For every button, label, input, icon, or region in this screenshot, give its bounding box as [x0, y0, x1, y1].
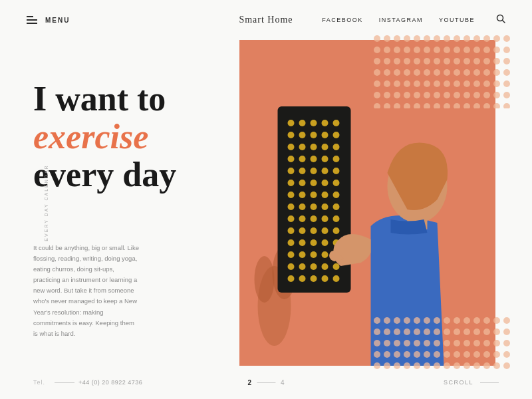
svg-point-38: [454, 58, 460, 65]
menu-label[interactable]: MENU: [45, 17, 70, 24]
hero-title: I want to exercise every day: [33, 80, 213, 194]
svg-point-58: [374, 80, 380, 87]
svg-point-92: [434, 103, 440, 108]
svg-point-117: [404, 329, 410, 335]
svg-point-186: [299, 144, 306, 150]
svg-point-100: [374, 317, 380, 324]
svg-point-46: [394, 69, 400, 76]
tel-number: +44 (0) 20 8922 4736: [78, 379, 142, 386]
svg-point-188: [322, 144, 329, 150]
svg-point-103: [404, 317, 410, 324]
svg-point-82: [473, 92, 480, 98]
hero-line2: exercise: [33, 118, 213, 156]
svg-point-179: [333, 120, 340, 126]
svg-point-16: [374, 47, 380, 53]
svg-point-142: [374, 351, 380, 358]
svg-point-25: [464, 47, 470, 53]
svg-point-162: [434, 362, 440, 369]
svg-point-109: [464, 317, 470, 324]
svg-point-193: [322, 156, 329, 162]
svg-point-236: [299, 263, 306, 270]
svg-point-153: [483, 351, 490, 358]
svg-point-51: [444, 69, 450, 76]
svg-point-112: [493, 317, 500, 324]
search-icon[interactable]: [496, 14, 505, 26]
svg-point-66: [454, 80, 460, 87]
svg-point-143: [384, 351, 390, 358]
svg-point-192: [311, 156, 317, 162]
svg-point-194: [333, 156, 340, 162]
svg-point-182: [311, 132, 317, 138]
svg-point-154: [493, 351, 500, 358]
svg-point-123: [464, 329, 470, 335]
svg-point-237: [311, 263, 317, 270]
svg-point-137: [464, 340, 470, 346]
svg-point-107: [444, 317, 450, 324]
svg-point-147: [424, 351, 430, 358]
svg-point-89: [404, 103, 410, 108]
brand-name[interactable]: Smart Home: [239, 15, 293, 25]
svg-point-172: [255, 256, 275, 303]
svg-point-184: [333, 132, 340, 138]
svg-point-63: [424, 80, 430, 87]
svg-point-80: [454, 92, 460, 98]
svg-point-177: [311, 120, 317, 126]
svg-point-47: [404, 69, 410, 76]
svg-point-159: [404, 362, 410, 369]
svg-point-87: [384, 103, 390, 108]
svg-point-221: [299, 227, 306, 234]
svg-point-214: [333, 203, 340, 210]
svg-point-130: [394, 340, 400, 346]
svg-point-83: [483, 92, 490, 98]
svg-point-98: [493, 103, 500, 108]
svg-point-217: [311, 215, 317, 222]
svg-point-122: [454, 329, 460, 335]
svg-point-211: [299, 203, 306, 210]
svg-point-191: [299, 156, 306, 162]
header: MENU Smart Home FACEBOOK INSTAGRAM YOUTU…: [0, 0, 532, 40]
hamburger-icon[interactable]: [27, 16, 37, 24]
svg-point-114: [374, 329, 380, 335]
svg-point-30: [374, 58, 380, 65]
tel-line: [55, 382, 74, 383]
svg-point-138: [473, 340, 480, 346]
svg-point-97: [483, 103, 490, 108]
svg-point-34: [414, 58, 420, 65]
svg-point-228: [322, 239, 329, 246]
svg-point-55: [483, 69, 490, 76]
svg-point-185: [288, 144, 295, 150]
pagination-separator: [257, 382, 275, 383]
svg-point-27: [483, 47, 490, 53]
svg-point-240: [288, 275, 295, 282]
svg-point-77: [424, 92, 430, 98]
svg-point-242: [311, 275, 317, 282]
svg-point-64: [434, 80, 440, 87]
description-text: It could be anything, big or small. Like…: [33, 243, 140, 339]
svg-point-35: [424, 58, 430, 65]
svg-point-244: [333, 275, 340, 282]
svg-point-19: [404, 47, 410, 53]
scroll-label[interactable]: Scroll: [444, 379, 473, 386]
sidebar-label: EVERY DAY CALENDAR: [44, 164, 49, 241]
nav-link-facebook[interactable]: FACEBOOK: [322, 17, 363, 23]
svg-point-139: [483, 340, 490, 346]
svg-point-187: [311, 144, 317, 150]
svg-point-127: [503, 329, 510, 335]
svg-point-145: [404, 351, 410, 358]
svg-point-106: [434, 317, 440, 324]
svg-point-76: [414, 92, 420, 98]
svg-point-67: [464, 80, 470, 87]
svg-point-125: [483, 329, 490, 335]
nav-link-instagram[interactable]: INSTAGRAM: [379, 17, 423, 23]
svg-point-150: [454, 351, 460, 358]
svg-point-94: [454, 103, 460, 108]
svg-point-24: [454, 47, 460, 53]
svg-point-69: [483, 80, 490, 87]
header-left: MENU: [27, 16, 70, 24]
svg-point-210: [288, 203, 295, 210]
svg-point-86: [374, 103, 380, 108]
svg-point-208: [322, 192, 329, 198]
dot-pattern-bottom: [370, 314, 513, 374]
nav-link-youtube[interactable]: YOUTUBE: [439, 17, 475, 23]
dot-pattern-top: [370, 32, 513, 108]
